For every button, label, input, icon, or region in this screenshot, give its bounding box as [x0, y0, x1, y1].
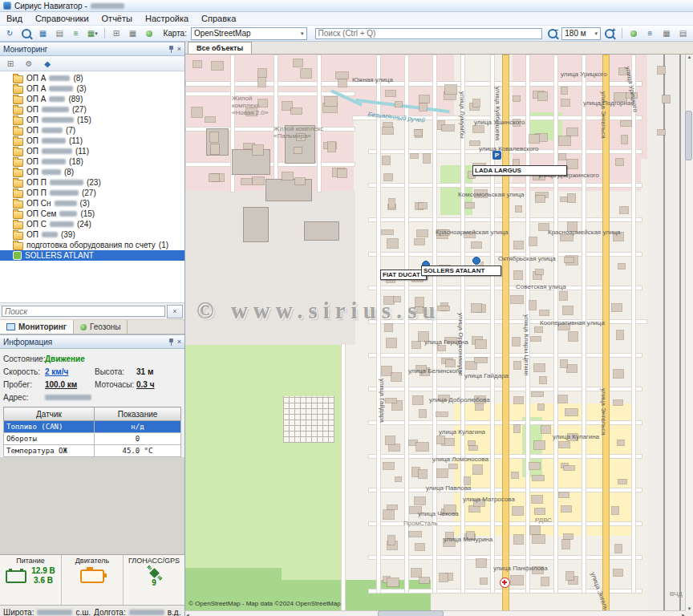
tree-item[interactable]: ОП П(27)	[0, 188, 184, 198]
scroll-right-icon[interactable]: ►	[681, 613, 686, 616]
building	[561, 506, 572, 512]
building	[614, 400, 622, 405]
scroll-down-icon[interactable]: ▼	[687, 606, 692, 611]
close-icon[interactable]: ×	[177, 45, 181, 53]
sensor-row[interactable]: Топливо (CAN)н/д	[4, 421, 181, 433]
scale-select[interactable]: 180 м ▾	[561, 27, 601, 40]
grid-button[interactable]: ▦	[659, 26, 675, 40]
building	[538, 404, 545, 410]
reports-button[interactable]: ▤	[52, 26, 67, 40]
toolbar-separator	[104, 28, 105, 38]
menu-item[interactable]: Справка	[195, 13, 242, 24]
map-style-button[interactable]: ▦▾	[85, 26, 100, 40]
vehicle-marker-label[interactable]: LADA LARGUS	[472, 165, 567, 176]
address-label: Адрес:	[3, 393, 45, 402]
scroll-up-icon[interactable]: ▲	[687, 55, 692, 59]
menubar: ВидСправочникиОтчётыНастройкаСправка	[0, 12, 693, 26]
vertical-scroll-thumb[interactable]	[685, 111, 692, 160]
vehicle-marker-label[interactable]: FIAT DUCAT	[380, 270, 427, 280]
tree-item[interactable]: ОП (39)	[0, 229, 184, 240]
tree-settings-button[interactable]: ⚙	[21, 57, 37, 71]
statusbar: Широта: с.ш. Долгота: в.д.	[0, 605, 184, 616]
search-map-button[interactable]	[19, 26, 34, 40]
tree-search-input[interactable]	[2, 306, 165, 317]
horizontal-scroll-thumb[interactable]	[378, 610, 444, 616]
zoom-in-button[interactable]: +	[602, 26, 618, 40]
value-col-header[interactable]: Показание	[95, 407, 181, 421]
sensor-row[interactable]: Обороты0	[4, 433, 181, 445]
tree-item[interactable]: ОП Сем(15)	[0, 209, 184, 219]
vehicle-dot[interactable]	[472, 257, 480, 265]
tree-item[interactable]: ОП (7)	[0, 125, 184, 136]
legend-button[interactable]: ▤	[675, 26, 691, 40]
tree-item[interactable]: подготовка оборудования по счету(1)	[0, 240, 184, 250]
building	[211, 144, 218, 154]
menu-item[interactable]: Вид	[0, 13, 29, 24]
chart-button[interactable]: ≡	[68, 26, 83, 40]
hospital-icon[interactable]	[500, 578, 510, 588]
tree-item[interactable]: ОП (18)	[0, 156, 184, 167]
parking-icon[interactable]: P	[492, 151, 501, 160]
map-icon: ▦	[87, 29, 95, 38]
tree-item[interactable]: SOLLERS ATLANT	[0, 250, 184, 261]
pin-icon[interactable]	[168, 338, 174, 346]
monitoring-panel-title: Мониторинг	[3, 45, 47, 54]
clear-search-button[interactable]: ×	[167, 305, 183, 318]
street-label: улица Павлова	[426, 484, 471, 492]
tree-item[interactable]: ОП А(8)	[0, 73, 184, 83]
building	[383, 156, 390, 164]
building	[473, 99, 480, 106]
building	[385, 324, 392, 331]
map-select-label: Карта:	[163, 29, 187, 38]
tree-item[interactable]: ОП (8)	[0, 167, 184, 177]
building	[530, 526, 540, 534]
map-tab-all-objects[interactable]: Все объекты	[188, 42, 252, 54]
vehicle-marker-label[interactable]: SOLLERS ATALANT	[421, 265, 501, 276]
mileage-value[interactable]: 100.0 км	[45, 380, 95, 389]
sensor-row[interactable]: Температура ОЖ45.0 °C	[4, 445, 181, 457]
street-label: улица Энгельса	[600, 388, 607, 436]
pin-icon[interactable]	[168, 46, 174, 53]
tree-item-count: (8)	[64, 168, 74, 176]
tree-item[interactable]: ОП (11)	[0, 136, 184, 146]
refresh-button[interactable]: ↻	[2, 26, 18, 40]
building	[612, 507, 618, 513]
tree-item[interactable]: ОП Сн(3)	[0, 198, 184, 209]
global-search-input[interactable]	[315, 28, 542, 39]
map-provider-select[interactable]: OpenStreetMap ▾	[191, 27, 307, 40]
tree-structure-button[interactable]: ⊞	[2, 57, 18, 71]
redacted-longitude	[129, 610, 164, 615]
building	[382, 367, 391, 375]
sidebar: Мониторинг × ⊞ ⚙ ◆ ОП А(8)ОП А(3)ОП А(89…	[0, 42, 185, 616]
speed-value[interactable]: 2 км/ч	[45, 367, 95, 376]
folder-icon	[13, 221, 23, 229]
tree-item[interactable]: ОП (27)	[0, 104, 184, 115]
globe-button[interactable]	[142, 26, 157, 40]
map-canvas[interactable]: © www.sirius.su © OpenStreetMap - Map da…	[185, 55, 693, 616]
tree-item[interactable]: ОП А(89)	[0, 94, 184, 104]
engine-hours-value[interactable]: 0.3 ч	[136, 380, 155, 389]
tree-item[interactable]: ОП П(23)	[0, 177, 184, 188]
info-panel-header: Информация ×	[0, 334, 184, 349]
building	[532, 392, 543, 396]
measure-button[interactable]: ≡	[642, 26, 658, 40]
tree-item[interactable]: ОП А(3)	[0, 83, 184, 94]
tab-geozones[interactable]: Геозоны	[74, 320, 128, 334]
scroll-left-icon[interactable]: ◄	[185, 613, 190, 616]
tree-item[interactable]: ОП (15)	[0, 115, 184, 125]
redacted-text	[50, 221, 74, 227]
tile-button[interactable]: ⊞	[109, 26, 124, 40]
tree-item[interactable]: ОП С(24)	[0, 219, 184, 229]
tree-item[interactable]: ОП (11)	[0, 146, 184, 156]
menu-item[interactable]: Отчёты	[95, 13, 139, 24]
monitor-button[interactable]: ▦	[35, 26, 51, 40]
world-button[interactable]	[626, 26, 641, 40]
tab-monitoring[interactable]: Мониторинг	[0, 320, 74, 334]
satellite-button[interactable]: ◆	[39, 57, 55, 71]
menu-item[interactable]: Справочники	[29, 13, 95, 24]
zoom-out-button[interactable]: −	[545, 26, 561, 40]
close-icon[interactable]: ×	[177, 338, 181, 346]
menu-item[interactable]: Настройка	[139, 13, 195, 24]
layers-button[interactable]: ▦	[125, 26, 140, 40]
sensor-col-header[interactable]: Датчик	[4, 407, 95, 421]
